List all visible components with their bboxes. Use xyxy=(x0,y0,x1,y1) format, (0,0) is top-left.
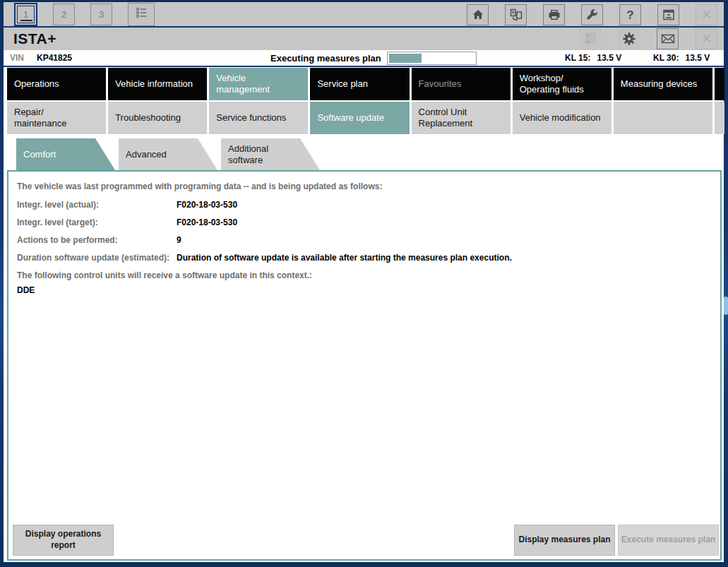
subtab-label: Advanced xyxy=(126,149,167,160)
row-value: F020-18-03-530 xyxy=(177,200,237,210)
summary-intro: The vehicle was last programmed with pro… xyxy=(17,181,713,191)
session-list-button[interactable] xyxy=(128,3,155,26)
execute-measures-plan-button: Execute measures plan xyxy=(618,525,719,556)
tab-label: Workshop/ Operating fluids xyxy=(520,73,584,95)
row-label: Duration software update (estimated): xyxy=(17,253,177,263)
subtab-comfort[interactable]: Comfort xyxy=(16,138,115,170)
tools-button[interactable] xyxy=(581,4,603,25)
toolbar: 1 2 3 xyxy=(4,2,724,28)
duration-software-update-row: Duration software update (estimated): Du… xyxy=(17,253,713,263)
tab-troubleshooting[interactable]: Troubleshooting xyxy=(108,102,207,134)
help-icon: ? xyxy=(626,9,633,21)
measures-plan-progress: Executing measures plan xyxy=(270,50,477,66)
wrench-icon xyxy=(586,8,599,21)
subtab-advanced[interactable]: Advanced xyxy=(119,138,217,170)
tab-label: Vehicle information xyxy=(115,78,193,90)
progress-label: Executing measures plan xyxy=(270,53,381,64)
print-button[interactable] xyxy=(543,4,565,25)
row-value: Duration of software update is available… xyxy=(177,253,512,263)
display-measures-plan-button[interactable]: Display measures plan xyxy=(514,525,615,556)
session-tab-2[interactable]: 2 xyxy=(53,4,75,25)
titlebar: ISTA+ xyxy=(4,28,724,50)
session-tab-3-label: 3 xyxy=(99,9,104,20)
operations-report-icon xyxy=(584,32,597,45)
footer-actions: Display operations report Display measur… xyxy=(8,525,720,559)
app-window: 1 2 3 xyxy=(0,0,728,567)
tab-vehicle-management[interactable]: Vehicle management xyxy=(209,68,308,100)
nav-row-end-sliver xyxy=(715,102,724,134)
tab-operations[interactable]: Operations xyxy=(7,68,106,100)
settings-button[interactable] xyxy=(618,28,640,49)
operations-report-button xyxy=(579,28,601,49)
kl15-voltage: KL 15: 13.5 V xyxy=(565,53,621,63)
subtab-label: Additional software xyxy=(228,143,268,165)
footer-right-buttons: Display measures plan Execute measures p… xyxy=(514,525,719,556)
control-unit-item: DDE xyxy=(17,285,713,295)
print-icon xyxy=(548,8,561,21)
home-icon xyxy=(472,8,484,21)
main-navigation: Operations Vehicle information Vehicle m… xyxy=(4,67,724,134)
session-tabs: 1 2 3 xyxy=(14,3,155,26)
tab-label: Operations xyxy=(14,78,59,90)
tab-vehicle-modification[interactable]: Vehicle modification xyxy=(513,102,611,134)
kl30-value: 13.5 V xyxy=(685,53,710,63)
close-icon: ✕ xyxy=(701,8,712,21)
actions-to-be-performed-row: Actions to be performed: 9 xyxy=(17,235,713,245)
nav-cell-empty xyxy=(614,102,712,134)
integr-level-actual-row: Integr. level (actual): F020-18-03-530 xyxy=(17,200,713,210)
home-button[interactable] xyxy=(467,4,489,25)
minimize-window-button[interactable] xyxy=(657,4,679,25)
title-icons: ✕ xyxy=(579,28,717,49)
envelope-icon xyxy=(661,32,675,45)
kl30-voltage: KL 30: 13.5 V xyxy=(653,53,710,63)
tab-software-update[interactable]: Software update xyxy=(310,102,409,134)
tab-label: Vehicle management xyxy=(216,73,270,95)
toolbar-icons: ? ✕ xyxy=(467,4,717,25)
tab-service-functions[interactable]: Service functions xyxy=(209,102,308,134)
tab-service-plan[interactable]: Service plan xyxy=(310,68,409,100)
row-label: Integr. level (actual): xyxy=(17,200,177,210)
tab-label: Vehicle modification xyxy=(520,112,601,124)
row-label: Integr. level (target): xyxy=(17,217,177,227)
vehicle-interface-button[interactable] xyxy=(505,4,527,25)
kl15-label: KL 15: xyxy=(565,53,590,63)
subtab-bar: Comfort Advanced Additional software xyxy=(16,138,724,170)
mail-button[interactable] xyxy=(657,28,679,49)
frame-highlight xyxy=(724,297,728,315)
tab-measuring-devices[interactable]: Measuring devices xyxy=(614,68,712,100)
kl15-value: 13.5 V xyxy=(597,53,621,63)
tab-control-unit-replacement[interactable]: Control Unit Replacement xyxy=(412,102,511,134)
vin-label: VIN xyxy=(10,53,24,63)
display-operations-report-button[interactable]: Display operations report xyxy=(13,525,114,556)
tab-workshop-operating-fluids[interactable]: Workshop/ Operating fluids xyxy=(513,68,611,100)
nav-row-secondary: Repair/ maintenance Troubleshooting Serv… xyxy=(7,102,722,134)
tab-label: Control Unit Replacement xyxy=(419,107,473,129)
software-update-summary: The vehicle was last programmed with pro… xyxy=(8,172,720,295)
tab-repair-maintenance[interactable]: Repair/ maintenance xyxy=(7,102,106,134)
subtab-label: Comfort xyxy=(23,149,56,160)
nav-row-end-sliver xyxy=(715,68,724,100)
close-icon: ✕ xyxy=(701,32,712,45)
tab-vehicle-information[interactable]: Vehicle information xyxy=(108,68,207,100)
tab-label: Repair/ maintenance xyxy=(14,107,66,129)
gear-icon xyxy=(622,32,636,46)
row-value: 9 xyxy=(177,235,181,245)
close-app-button: ✕ xyxy=(696,28,717,49)
help-button[interactable]: ? xyxy=(619,4,641,25)
close-window-button: ✕ xyxy=(696,4,717,25)
tab-label: Measuring devices xyxy=(621,78,697,90)
progress-bar xyxy=(387,52,477,65)
session-tab-1[interactable]: 1 xyxy=(14,3,37,26)
nav-row-primary: Operations Vehicle information Vehicle m… xyxy=(7,68,722,100)
progress-fill xyxy=(389,54,422,63)
row-label: Actions to be performed: xyxy=(17,235,177,245)
tab-label: Software update xyxy=(317,112,384,124)
vin-value: KP41825 xyxy=(37,53,72,63)
minimize-window-icon xyxy=(662,8,675,21)
tab-label: Favourites xyxy=(419,78,462,90)
integr-level-target-row: Integr. level (target): F020-18-03-530 xyxy=(17,217,713,227)
subtab-additional-software[interactable]: Additional software xyxy=(221,138,320,170)
session-tab-3[interactable]: 3 xyxy=(90,4,112,25)
list-icon xyxy=(134,6,148,23)
tab-favourites: Favourites xyxy=(412,68,511,100)
